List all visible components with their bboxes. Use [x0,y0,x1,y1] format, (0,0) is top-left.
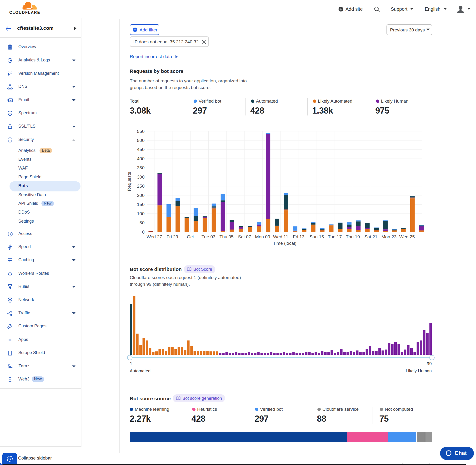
svg-text:Mon 09: Mon 09 [255,234,270,239]
svg-text:Time (local): Time (local) [273,241,296,246]
svg-text:Fri 29: Fri 29 [167,234,178,239]
svg-text:Thu 05: Thu 05 [220,234,233,239]
svg-text:Sun 15: Sun 15 [309,234,324,239]
svg-text:250: 250 [137,184,145,189]
svg-text:Sat 07: Sat 07 [238,234,251,239]
svg-text:150: 150 [137,202,145,207]
svg-text:400: 400 [137,156,145,161]
svg-text:Oct: Oct [187,234,194,239]
svg-text:Tue 03: Tue 03 [201,234,215,239]
svg-text:450: 450 [137,147,145,152]
svg-text:Wed 25: Wed 25 [399,234,415,239]
svg-text:300: 300 [137,175,145,180]
svg-text:Wed 27: Wed 27 [147,234,162,239]
svg-text:500: 500 [137,138,145,143]
svg-text:Fri 13: Fri 13 [293,234,305,239]
svg-text:Thu 19: Thu 19 [346,234,360,239]
svg-text:Mon 23: Mon 23 [381,234,396,239]
svg-text:Sat 21: Sat 21 [364,234,377,239]
svg-text:550: 550 [137,129,145,134]
svg-text:Tue 17: Tue 17 [328,234,342,239]
svg-text:350: 350 [137,165,145,170]
svg-text:200: 200 [137,193,145,198]
svg-text:100: 100 [137,211,145,216]
svg-text:0: 0 [142,230,145,234]
svg-text:Requests: Requests [127,172,132,191]
svg-text:Wed 11: Wed 11 [273,234,288,239]
svg-text:50: 50 [139,220,145,225]
